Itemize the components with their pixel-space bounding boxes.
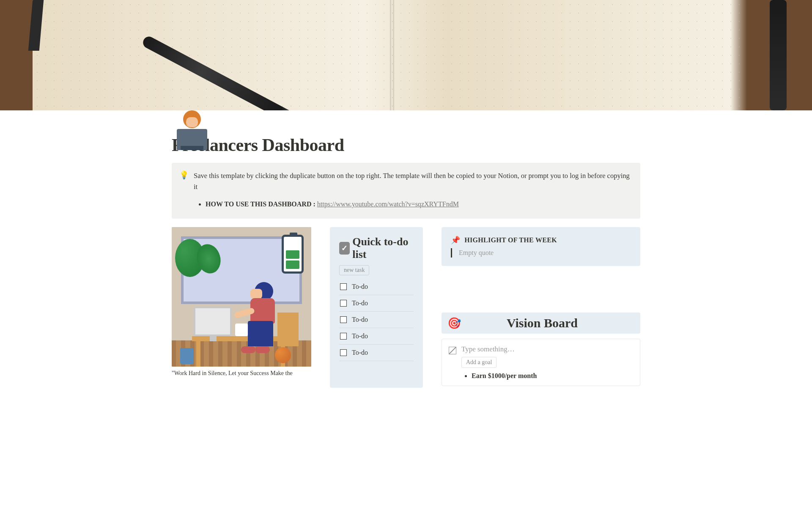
todo-row[interactable]: To-do: [339, 345, 414, 361]
todo-label: To-do: [352, 283, 368, 290]
lightbulb-icon: 💡: [179, 170, 189, 209]
quote-block[interactable]: Empty quote: [451, 248, 631, 258]
new-task-button[interactable]: new task: [339, 265, 369, 275]
callout-block[interactable]: 💡 Save this template by clicking the dup…: [172, 163, 640, 219]
illustration-image[interactable]: [172, 227, 311, 367]
goal-item[interactable]: Earn $1000/per month: [472, 372, 633, 380]
page-icon[interactable]: [172, 110, 212, 150]
callout-list-item: HOW TO USE THIS DASHBOARD : https://www.…: [206, 199, 632, 210]
todo-checkbox[interactable]: [340, 333, 347, 340]
todo-title-text: Quick to-do list: [352, 236, 414, 261]
todo-label: To-do: [352, 316, 368, 323]
todo-row[interactable]: To-do: [339, 279, 414, 295]
todo-checkbox[interactable]: [340, 349, 347, 356]
image-caption[interactable]: "Work Hard in Silence, Let your Success …: [172, 369, 311, 378]
todo-checkbox[interactable]: [340, 316, 347, 323]
todo-row[interactable]: To-do: [339, 295, 414, 312]
todo-checkbox[interactable]: [340, 300, 347, 307]
broken-image-icon: [449, 347, 456, 354]
todo-label: To-do: [352, 299, 368, 307]
todo-row[interactable]: To-do: [339, 328, 414, 345]
add-goal-button[interactable]: Add a goal: [461, 357, 497, 368]
page-title[interactable]: Freelancers Dashboard: [172, 135, 640, 155]
todo-title[interactable]: ✓ Quick to-do list: [339, 236, 414, 261]
todo-row[interactable]: To-do: [339, 312, 414, 328]
highlight-title[interactable]: 📌 HIGHLIGHT OF THE WEEK: [451, 236, 631, 245]
todo-label: To-do: [352, 349, 368, 356]
quote-placeholder: Empty quote: [459, 249, 494, 256]
howto-label: HOW TO USE THIS DASHBOARD :: [206, 200, 315, 208]
vision-header[interactable]: 🎯 Vision Board: [442, 312, 640, 334]
howto-link[interactable]: https://www.youtube.com/watch?v=sqzXRYTF…: [317, 200, 459, 208]
cover-image: [0, 0, 812, 110]
pushpin-icon: 📌: [451, 236, 460, 245]
technologist-icon: [174, 110, 210, 150]
vision-body: Type something… Add a goal Earn $1000/pe…: [442, 339, 640, 386]
todo-checkbox[interactable]: [340, 283, 347, 290]
highlight-card: 📌 HIGHLIGHT OF THE WEEK Empty quote: [442, 227, 640, 266]
checkbox-icon: ✓: [339, 242, 350, 255]
todo-label: To-do: [352, 332, 368, 340]
vision-placeholder[interactable]: Type something…: [461, 345, 633, 354]
vision-title: Vision Board: [450, 316, 634, 330]
todo-card: ✓ Quick to-do list new task To-doTo-doTo…: [330, 227, 423, 388]
highlight-title-text: HIGHLIGHT OF THE WEEK: [464, 236, 557, 244]
callout-text: Save this template by clicking the dupli…: [194, 172, 630, 191]
